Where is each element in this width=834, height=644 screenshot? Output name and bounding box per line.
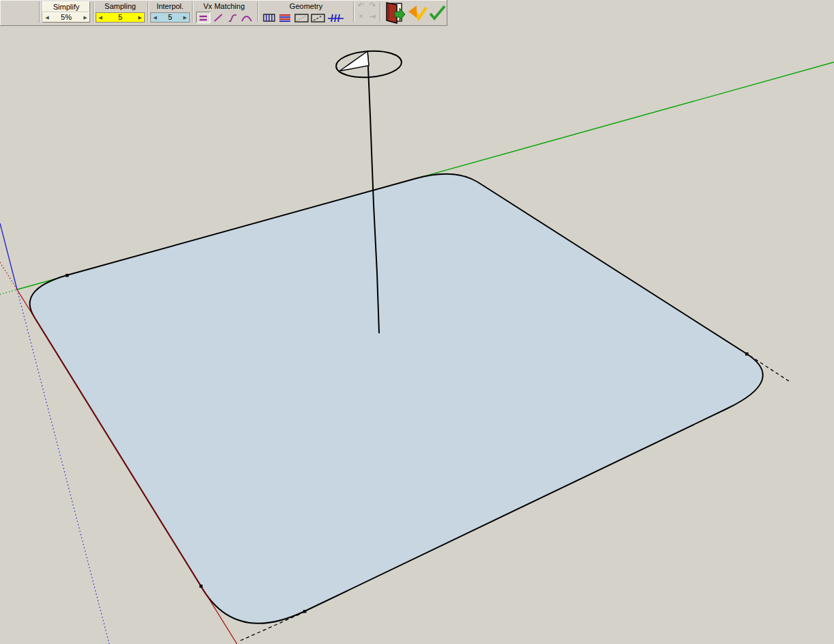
dashed-diagonal-icon	[311, 13, 325, 23]
line-match-icon	[213, 13, 223, 22]
interpol-label: Interpol.	[150, 2, 190, 11]
cancel-button[interactable]: ×	[355, 12, 367, 23]
simplify-stepper[interactable]: ◀ 5% ▶	[42, 12, 90, 23]
undo-button[interactable]: ↶	[355, 1, 367, 12]
confirm-check-icon	[429, 5, 446, 20]
simplify-tab[interactable]: Simplify	[42, 1, 90, 12]
toolbar-separator	[93, 1, 94, 23]
interpol-decrement-arrow[interactable]: ◀	[151, 13, 159, 22]
sampling-increment-arrow[interactable]: ▶	[136, 13, 144, 22]
geometry-tick-marks-button[interactable]	[327, 12, 345, 23]
sampling-value: 5	[105, 13, 136, 22]
toolbar-separator	[148, 1, 149, 23]
toolbar-separator	[192, 1, 193, 23]
plugin-toolbar: Simplify ◀ 5% ▶ Sampling ◀ 5 ▶ Interpol.…	[0, 0, 447, 26]
toolbar-separator	[353, 1, 355, 23]
sampling-label: Sampling	[96, 2, 145, 11]
restore-button[interactable]	[408, 5, 428, 24]
restore-arrow-icon	[408, 5, 428, 21]
dotted-diagonal-icon	[294, 13, 309, 23]
confirm-button[interactable]	[429, 5, 446, 23]
tick-marks-icon	[328, 13, 344, 23]
vertex-marker	[199, 585, 203, 588]
toolbar-separator	[258, 1, 259, 23]
vertex-marker	[66, 274, 69, 277]
sampling-stepper[interactable]: ◀ 5 ▶	[96, 12, 145, 23]
redo-button[interactable]: ↷	[367, 1, 378, 12]
geometry-horizontal-stripes-button[interactable]	[277, 12, 292, 23]
vx-line-match-button[interactable]	[211, 12, 225, 23]
arc-match-icon	[241, 13, 252, 22]
simplify-value: 5%	[51, 13, 81, 22]
equals-match-icon	[198, 14, 208, 22]
interpol-increment-arrow[interactable]: ▶	[181, 13, 189, 22]
vx-arc-match-button[interactable]	[240, 12, 253, 23]
skip-button[interactable]: ⇥	[367, 12, 378, 23]
vertex-marker	[745, 352, 749, 356]
simplify-decrement-arrow[interactable]: ◀	[43, 13, 51, 22]
exit-door-icon	[383, 2, 406, 24]
exit-button[interactable]	[383, 2, 406, 27]
curve-match-icon	[227, 13, 238, 22]
geometry-dotted-diagonal-button[interactable]	[294, 12, 309, 23]
vertical-divisions-icon	[263, 13, 276, 23]
simplify-increment-arrow[interactable]: ▶	[81, 13, 89, 22]
vx-curve-match-button[interactable]	[225, 12, 239, 23]
sampling-decrement-arrow[interactable]: ◀	[96, 13, 105, 22]
geometry-vertical-divisions-button[interactable]	[262, 12, 277, 23]
interpol-value: 5	[159, 13, 181, 22]
model-canvas[interactable]	[0, 0, 834, 644]
vx-equals-match-button[interactable]	[196, 12, 210, 23]
toolbar-separator	[39, 1, 40, 23]
vertex-marker	[303, 610, 307, 613]
geometry-label: Geometry	[260, 2, 352, 11]
toolbar-separator	[380, 1, 381, 23]
horizontal-stripes-icon	[279, 13, 291, 23]
app-window: { "toolbar": { "simplify": { "label": "S…	[0, 0, 834, 644]
interpol-stepper[interactable]: ◀ 5 ▶	[150, 12, 190, 23]
vx-matching-label: Vx Matching	[194, 2, 254, 11]
geometry-dashed-diagonal-button[interactable]	[310, 12, 326, 23]
